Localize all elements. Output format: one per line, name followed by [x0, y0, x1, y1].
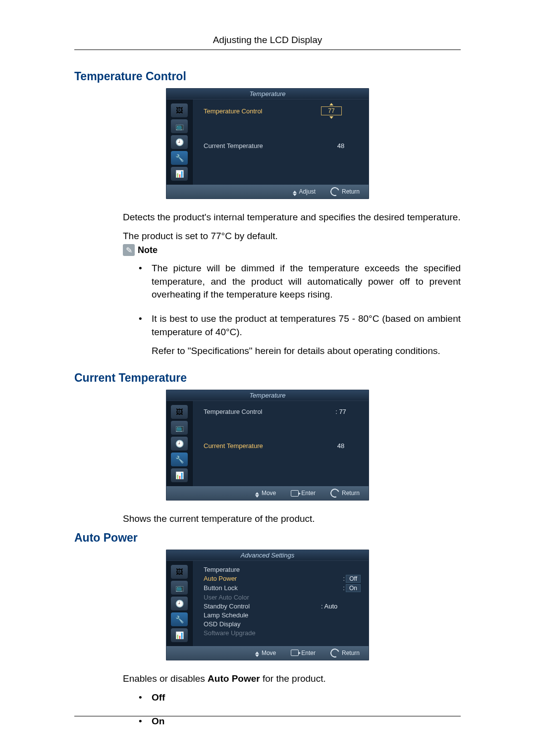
- osd3-footer-return: Return: [342, 650, 360, 656]
- osd3-item-2: Button Lock: On: [204, 584, 361, 592]
- osd3-item-4: Standby Control: Auto: [204, 603, 361, 610]
- osd-icon-multi: 📊: [171, 167, 188, 181]
- osd2-icon-time: 🕘: [171, 437, 188, 451]
- osd-temperature-control-value: 77: [321, 106, 361, 115]
- osd3-item-7: Software Upgrade: [204, 629, 361, 637]
- osd3-item-label: Button Lock: [204, 584, 343, 592]
- osd2-icon-pic: 🖼: [171, 405, 188, 419]
- tc-desc1: Detects the product's internal temperatu…: [74, 211, 461, 224]
- osd-screenshot-2: Temperature 🖼 📺 🕘 🔧 📊 Temperature Contro…: [74, 390, 461, 501]
- osd3-footer-move: Move: [262, 650, 276, 656]
- osd3-item-3: User Auto Color: [204, 594, 361, 601]
- adjust-icon: [293, 191, 297, 193]
- osd3-item-value: On: [346, 584, 361, 592]
- osd-screenshot-1: Temperature 🖼 📺 🕘 🔧 📊 Temperature Contro…: [74, 88, 461, 199]
- osd2-icon-input: 📺: [171, 421, 188, 435]
- osd-icon-setup: 🔧: [171, 151, 188, 165]
- osd-footer-adjust: Adjust: [299, 188, 316, 195]
- osd3-icon-input: 📺: [171, 581, 188, 595]
- osd-icon-pic: 🖼: [171, 103, 188, 117]
- ap-desc: Enables or disables Auto Power for the p…: [74, 672, 461, 685]
- osd-current-temperature-value: 48: [321, 142, 361, 150]
- osd-icon-time: 🕘: [171, 135, 188, 149]
- tc-note-2: It is best to use the product at tempera…: [139, 312, 461, 339]
- osd2-current-temperature-value: 48: [321, 442, 361, 450]
- osd3-item-label: Auto Power: [204, 575, 343, 582]
- osd3-item-value: Off: [346, 575, 361, 583]
- ct-desc: Shows the current temperature of the pro…: [74, 512, 461, 525]
- tc-note-1: The picture will be dimmed if the temper…: [139, 262, 461, 302]
- osd3-item-label: User Auto Color: [204, 594, 361, 601]
- osd3-item-value: : Auto: [321, 603, 361, 610]
- enter-icon: [291, 490, 299, 497]
- osd3-item-label: Lamp Schedule: [204, 611, 361, 619]
- osd-footer-return: Return: [342, 188, 360, 195]
- osd-screenshot-3: Advanced Settings 🖼 📺 🕘 🔧 📊 TemperatureA…: [74, 550, 461, 660]
- osd3-icon-setup: 🔧: [171, 612, 188, 626]
- osd3-item-label: OSD Display: [204, 620, 361, 628]
- heading-auto-power: Auto Power: [74, 531, 461, 545]
- osd2-footer-move: Move: [262, 490, 276, 497]
- osd-tab-title: Temperature: [166, 89, 369, 100]
- osd2-temperature-control-value: : 77: [321, 408, 361, 415]
- osd-sidebar: 🖼 📺 🕘 🔧 📊: [166, 100, 193, 185]
- heading-temperature-control: Temperature Control: [74, 70, 461, 83]
- osd3-item-5: Lamp Schedule: [204, 611, 361, 619]
- osd2-footer-enter: Enter: [301, 490, 316, 497]
- osd2-icon-setup: 🔧: [171, 453, 188, 466]
- osd3-icon-multi: 📊: [171, 628, 188, 642]
- ap-opt-on: On: [139, 715, 461, 728]
- osd-icon-input: 📺: [171, 119, 188, 133]
- osd3-footer-enter: Enter: [301, 650, 316, 656]
- enter-icon: [291, 650, 299, 656]
- osd3-icon-pic: 🖼: [171, 565, 188, 579]
- osd3-sidebar: 🖼 📺 🕘 🔧 📊: [166, 561, 193, 646]
- page-header: Adjusting the LCD Display: [74, 0, 461, 50]
- osd-label-temperature-control: Temperature Control: [204, 107, 321, 115]
- osd2-tab-title: Temperature: [166, 390, 369, 401]
- return-icon: [329, 647, 341, 659]
- osd3-icon-time: 🕘: [171, 597, 188, 610]
- tc-refer: Refer to "Specifications" herein for det…: [74, 346, 461, 356]
- osd3-item-6: OSD Display: [204, 620, 361, 628]
- tc-desc2: The product is set to 77°C by default.: [74, 230, 461, 243]
- osd2-footer-return: Return: [342, 490, 360, 497]
- osd3-item-0: Temperature: [204, 566, 361, 573]
- move-icon: [255, 652, 259, 654]
- osd3-tab-title: Advanced Settings: [166, 550, 369, 561]
- osd3-item-label: Software Upgrade: [204, 629, 361, 637]
- ap-options: Off On: [74, 691, 461, 728]
- return-icon: [329, 186, 341, 198]
- osd3-item-label: Standby Control: [204, 603, 321, 610]
- footer-rule: [74, 716, 461, 716]
- osd2-label-temperature-control: Temperature Control: [204, 408, 321, 415]
- tc-notes-list: The picture will be dimmed if the temper…: [74, 262, 461, 339]
- note-label: Note: [138, 245, 158, 255]
- osd3-item-1: Auto Power: Off: [204, 575, 361, 583]
- move-icon: [255, 492, 259, 495]
- osd2-label-current-temperature: Current Temperature: [204, 442, 321, 450]
- note-icon: ✎: [123, 244, 135, 256]
- osd-label-current-temperature: Current Temperature: [204, 142, 321, 150]
- heading-current-temperature: Current Temperature: [74, 371, 461, 385]
- return-icon: [329, 487, 341, 499]
- osd2-sidebar: 🖼 📺 🕘 🔧 📊: [166, 401, 193, 486]
- osd2-icon-multi: 📊: [171, 468, 188, 482]
- osd3-item-label: Temperature: [204, 566, 361, 573]
- ap-opt-off: Off: [139, 691, 461, 705]
